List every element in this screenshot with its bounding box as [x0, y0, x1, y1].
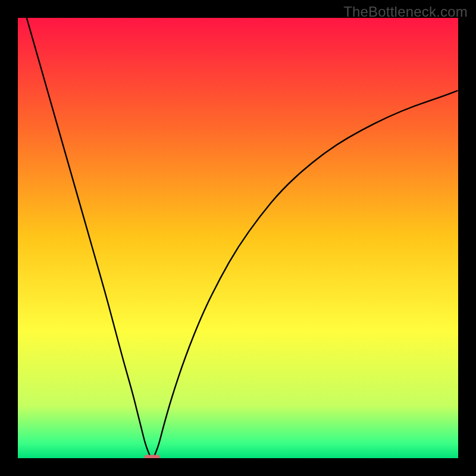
watermark-text: TheBottleneck.com	[343, 4, 468, 20]
chart-plot	[18, 18, 458, 458]
chart-background	[18, 18, 458, 458]
min-marker	[145, 455, 160, 458]
